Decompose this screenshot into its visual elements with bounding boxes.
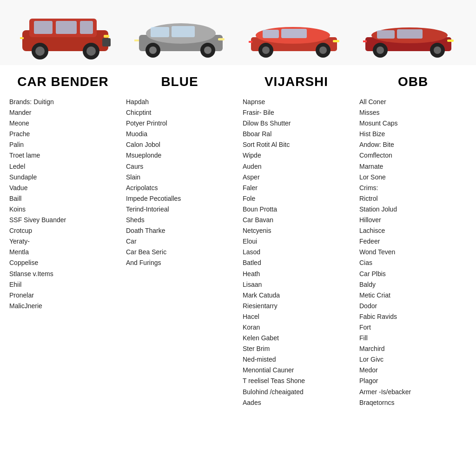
column-1-item-4: Calon Jobol xyxy=(126,139,233,150)
column-3-item-12: Lachisce xyxy=(359,225,467,236)
column-1-item-9: Impede Pecotialles xyxy=(126,193,233,204)
column-1-item-13: Car xyxy=(126,236,233,247)
svg-point-17 xyxy=(149,46,157,54)
column-2-item-0: Napnse xyxy=(243,97,350,107)
column-1-item-6: Caurs xyxy=(126,161,233,172)
column-1-item-12: Doath Tharke xyxy=(126,225,233,236)
svg-point-29 xyxy=(319,46,327,54)
column-2-item-26: T reelisel Teas Shone xyxy=(243,376,350,386)
column-2-item-27: Bulohind /cheaigated xyxy=(243,387,350,397)
svg-rect-11 xyxy=(102,38,111,46)
column-3-item-16: Car Plbis xyxy=(359,269,467,279)
column-2-item-21: Koran xyxy=(243,322,350,333)
column-2-item-10: Boun Protta xyxy=(243,204,350,215)
column-0-item-6: Ledel xyxy=(9,161,117,172)
column-3-item-26: Plagor xyxy=(359,376,467,386)
svg-rect-20 xyxy=(218,38,225,40)
column-0-item-10: Koins xyxy=(9,204,117,215)
column-3-item-3: Hist Bize xyxy=(359,129,467,139)
column-3-item-24: Lor Givc xyxy=(359,354,467,365)
column-0-item-14: Mentla xyxy=(9,247,117,258)
column-2-item-15: Batled xyxy=(243,258,350,268)
column-2-item-7: Asper xyxy=(243,172,350,183)
column-1-item-8: Acripolatcs xyxy=(126,183,233,193)
column-0-item-7: Sundaple xyxy=(9,172,117,183)
svg-rect-40 xyxy=(447,40,454,42)
column-2-item-22: Kelen Gabet xyxy=(243,333,350,344)
svg-rect-10 xyxy=(20,37,24,39)
column-1-item-1: Chicptint xyxy=(126,107,233,118)
column-1-item-14: Car Bea Seric xyxy=(126,247,233,258)
column-2-item-4: Sort Rotit Al Bitc xyxy=(243,139,350,150)
column-3-item-20: Fabic Ravids xyxy=(359,311,467,322)
column-0: CAR BENDERBrands: DuitignManderMeonePrac… xyxy=(5,74,121,408)
column-3-item-25: Medor xyxy=(359,365,467,376)
column-0-item-11: SSF Sivey Buander xyxy=(9,215,117,225)
column-3-item-13: Fedeer xyxy=(359,236,467,247)
column-2-item-3: Bboar Ral xyxy=(243,129,350,139)
column-0-item-17: Ehiil xyxy=(9,279,117,290)
column-3-item-21: Fort xyxy=(359,322,467,333)
column-3-item-14: Wond Teven xyxy=(359,247,467,258)
column-0-item-12: Crotcup xyxy=(9,225,117,236)
column-1-item-3: Muodia xyxy=(126,129,233,139)
svg-point-27 xyxy=(262,46,270,54)
column-title-0: CAR BENDER xyxy=(9,74,117,89)
cars-header xyxy=(0,0,476,65)
column-2-item-2: Dilow Bs Shutter xyxy=(243,118,350,129)
svg-rect-2 xyxy=(34,21,53,34)
svg-point-19 xyxy=(204,46,212,54)
car-image-sports2 xyxy=(356,5,463,65)
svg-point-6 xyxy=(35,46,45,56)
column-0-item-8: Vadue xyxy=(9,183,117,193)
column-0-item-4: Palin xyxy=(9,139,117,150)
column-title-2: VIJARSHI xyxy=(243,74,350,89)
svg-rect-24 xyxy=(263,30,279,38)
column-title-3: OBB xyxy=(359,74,467,89)
column-2-item-13: Eloui xyxy=(243,236,350,247)
column-3: OBBAll ConerMissesMosunt CapsHist BizeAn… xyxy=(355,74,471,408)
svg-rect-3 xyxy=(56,21,77,34)
column-0-item-9: Baill xyxy=(9,193,117,204)
column-3-item-28: Braqetorncs xyxy=(359,397,467,408)
svg-rect-34 xyxy=(377,30,395,39)
column-2-item-28: Aades xyxy=(243,397,350,408)
column-0-item-15: Coppelise xyxy=(9,258,117,268)
column-2-item-14: Lasod xyxy=(243,247,350,258)
column-0-item-3: Prache xyxy=(9,129,117,139)
column-3-item-11: Hillover xyxy=(359,215,467,225)
svg-rect-14 xyxy=(151,27,169,37)
column-3-item-10: Station Jolud xyxy=(359,204,467,215)
column-0-item-0: Brands: Duitign xyxy=(9,97,117,107)
column-2-item-16: Heath xyxy=(243,269,350,279)
column-3-item-7: Lor Sone xyxy=(359,172,467,183)
column-2-item-17: Lisaan xyxy=(243,279,350,290)
column-2-item-11: Car Bavan xyxy=(243,215,350,225)
column-2-item-6: Auden xyxy=(243,161,350,172)
column-3-item-15: Cias xyxy=(359,258,467,268)
column-1-item-10: Terind-Intorieal xyxy=(126,204,233,215)
column-1-item-5: Msueplonde xyxy=(126,150,233,161)
column-2-item-1: Frasir- Bile xyxy=(243,107,350,118)
column-2-item-23: Ster Brim xyxy=(243,344,350,354)
column-2-item-8: Faler xyxy=(243,183,350,193)
column-0-item-16: Stlanse v.Items xyxy=(9,269,117,279)
car-image-sports xyxy=(242,5,349,65)
column-3-item-2: Mosunt Caps xyxy=(359,118,467,129)
car-image-coupe xyxy=(127,5,234,65)
svg-rect-9 xyxy=(104,35,109,38)
car-image-suv xyxy=(13,5,120,65)
column-0-item-13: Yeraty- xyxy=(9,236,117,247)
column-3-item-4: Andow: Bite xyxy=(359,139,467,150)
svg-rect-15 xyxy=(172,26,195,37)
column-3-item-19: Dodor xyxy=(359,301,467,311)
column-3-item-0: All Coner xyxy=(359,97,467,107)
column-2-item-19: Riesientarry xyxy=(243,301,350,311)
column-3-item-27: Armer -Is/ebacker xyxy=(359,387,467,397)
column-title-1: BLUE xyxy=(126,74,233,89)
column-2-item-9: Fole xyxy=(243,193,350,204)
column-0-item-1: Mander xyxy=(9,107,117,118)
column-1-item-11: Sheds xyxy=(126,215,233,225)
column-0-item-2: Meone xyxy=(9,118,117,129)
column-1-item-15: And Furings xyxy=(126,258,233,268)
